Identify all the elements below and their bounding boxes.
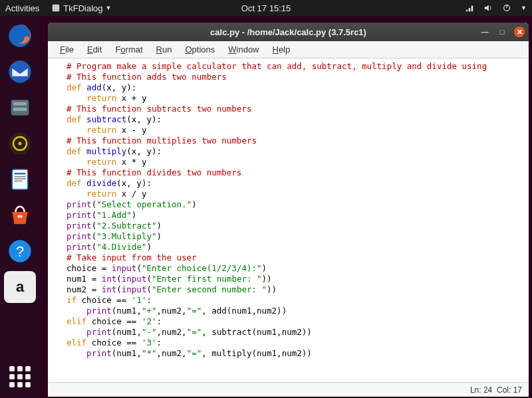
power-icon [502, 3, 511, 13]
code-line[interactable]: return x / y [66, 189, 529, 199]
show-applications[interactable] [4, 361, 36, 393]
code-line[interactable]: return x * y [66, 157, 529, 167]
chevron-down-icon: ▼ [521, 5, 527, 11]
svg-rect-12 [15, 173, 26, 175]
svg-text:?: ? [16, 243, 24, 260]
menu-options[interactable]: Options [180, 43, 220, 56]
activities-button[interactable]: Activities [5, 3, 39, 13]
dock-help[interactable]: ? [4, 235, 36, 267]
app-indicator[interactable]: TkFDialog ▼ [51, 3, 111, 13]
code-line[interactable]: print(num1,"-",num2,"=", subtract(num1,n… [66, 327, 529, 338]
code-line[interactable]: print("Select operation.") [66, 199, 529, 210]
code-line[interactable]: print("3.Multiply") [66, 231, 529, 242]
code-line[interactable]: choice = input("Enter choice(1/2/3/4):") [66, 263, 529, 274]
code-line[interactable]: # Take input from the user [66, 252, 529, 263]
code-line[interactable]: num1 = int(input("Enter first number: ")… [66, 274, 529, 284]
code-line[interactable]: # Program make a simple calculator that … [66, 61, 529, 72]
svg-rect-15 [15, 181, 23, 182]
system-tray[interactable]: ▼ [465, 3, 527, 13]
menubar: File Edit Format Run Options Window Help [48, 41, 529, 58]
code-line[interactable]: def divide(x, y): [66, 178, 529, 189]
code-line[interactable]: elif choice == '3': [66, 338, 529, 348]
window-title: calc.py - /home/Jack/calc.py (3.7.5rc1) [210, 27, 366, 37]
statusbar: Ln: 24 Col: 17 [48, 382, 529, 397]
code-line[interactable]: elif choice == '2': [66, 316, 529, 327]
app-indicator-label: TkFDialog [63, 3, 102, 13]
ubuntu-dock: ? a [0, 16, 40, 398]
svg-rect-13 [15, 176, 26, 177]
code-line[interactable]: # This function divides two numbers [66, 167, 529, 178]
volume-icon [483, 3, 493, 13]
python-icon [51, 3, 61, 13]
dock-thunderbird[interactable] [4, 56, 36, 88]
menu-file[interactable]: File [55, 43, 79, 56]
dock-firefox[interactable] [4, 20, 36, 52]
code-line[interactable]: print(num1,"*",num2,"=", multiply(num1,n… [66, 348, 529, 359]
code-line[interactable]: return x + y [66, 93, 529, 104]
editor[interactable]: # Program make a simple calculator that … [48, 58, 529, 382]
svg-rect-14 [15, 178, 26, 179]
dock-software[interactable] [4, 199, 36, 231]
chevron-down-icon: ▼ [106, 5, 112, 11]
svg-rect-0 [53, 5, 60, 12]
status-col: Col: 17 [497, 385, 522, 395]
menu-window[interactable]: Window [223, 43, 264, 56]
close-button[interactable]: ✕ [514, 27, 525, 37]
clock[interactable]: Oct 17 15:15 [241, 3, 291, 13]
menu-edit[interactable]: Edit [82, 43, 107, 56]
maximize-button[interactable]: □ [497, 27, 507, 37]
network-icon [465, 3, 474, 13]
code-line[interactable]: num2 = int(input("Enter second number: "… [66, 284, 529, 295]
menu-help[interactable]: Help [267, 43, 296, 56]
menu-run[interactable]: Run [151, 43, 178, 56]
code-line[interactable]: def add(x, y): [66, 82, 529, 93]
menu-format[interactable]: Format [110, 43, 148, 56]
code-line[interactable]: def subtract(x, y): [66, 114, 529, 125]
code-line[interactable]: print(num1,"+",num2,"=", add(num1,num2)) [66, 306, 529, 316]
code-line[interactable]: if choice == '1': [66, 295, 529, 306]
svg-rect-6 [13, 102, 27, 106]
code-line[interactable]: def multiply(x, y): [66, 146, 529, 157]
code-line[interactable]: # This function multiplies two numbers [66, 136, 529, 146]
window-titlebar[interactable]: calc.py - /home/Jack/calc.py (3.7.5rc1) … [48, 23, 529, 41]
dock-files[interactable] [4, 92, 36, 124]
svg-rect-7 [13, 108, 27, 111]
code-line[interactable]: # This function subtracts two numbers [66, 104, 529, 114]
dock-amazon[interactable]: a [4, 271, 36, 303]
status-line: Ln: 24 [470, 385, 492, 395]
svg-point-10 [19, 142, 22, 146]
gnome-topbar: Activities TkFDialog ▼ Oct 17 15:15 ▼ [0, 0, 532, 16]
minimize-button[interactable]: — [479, 27, 490, 37]
dock-rhythmbox[interactable] [4, 128, 36, 159]
svg-rect-16 [18, 215, 23, 217]
dock-writer[interactable] [4, 163, 36, 195]
code-line[interactable]: return x - y [66, 125, 529, 136]
code-line[interactable]: # This function adds two numbers [66, 72, 529, 82]
idle-window: calc.py - /home/Jack/calc.py (3.7.5rc1) … [48, 23, 529, 397]
code-line[interactable]: print("4.Divide") [66, 242, 529, 252]
code-line[interactable]: print("1.Add") [66, 210, 529, 221]
code-line[interactable]: print("2.Subtract") [66, 221, 529, 231]
